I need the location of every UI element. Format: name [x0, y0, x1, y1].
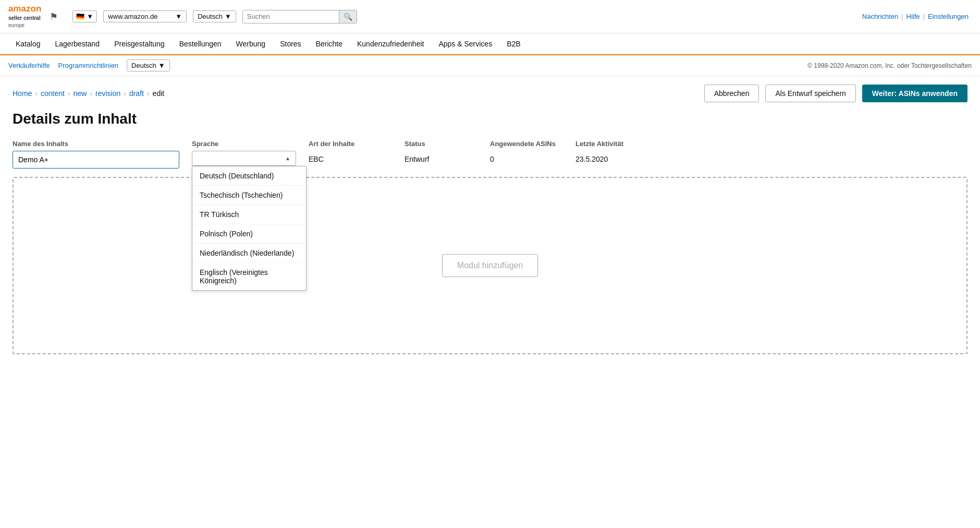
flag-selector[interactable]: 🇩🇪 ▼	[72, 10, 97, 22]
nav-berichte[interactable]: Berichte	[309, 33, 350, 54]
dropdown-up-arrow: ▲	[285, 155, 290, 161]
breadcrumb-content[interactable]: content	[41, 89, 65, 98]
copyright: © 1998-2020 Amazon.com, Inc. oder Tochte…	[807, 62, 972, 69]
search-button[interactable]: 🔍	[339, 10, 357, 23]
sub-bar: Verkäuferhilfe Programmrichtlinien Deuts…	[0, 55, 980, 76]
label-status: Status	[405, 140, 477, 148]
nav-katalog[interactable]: Katalog	[8, 33, 47, 54]
content-area: Modul hinzufügen	[13, 177, 967, 354]
search-input[interactable]	[243, 10, 339, 22]
nav-bestellungen[interactable]: Bestellungen	[172, 33, 229, 54]
nav-help[interactable]: Hilfe	[903, 13, 923, 20]
lang-value: Deutsch	[198, 13, 223, 20]
label-activity: Letzte Aktivität	[575, 140, 659, 148]
dropdown-item-en[interactable]: Englisch (Vereinigtes Königreich)	[192, 263, 306, 290]
art-value: EBC	[309, 151, 392, 167]
dropdown-item-cs[interactable]: Tschechisch (Tschechien)	[192, 186, 306, 205]
form-group-art: Art der Inhalte EBC	[309, 140, 392, 167]
nav-stores[interactable]: Stores	[273, 33, 308, 54]
url-arrow: ▼	[175, 13, 182, 20]
search-area: 🔍	[242, 10, 357, 23]
verkauferhilfe-link[interactable]: Verkäuferhilfe	[8, 62, 50, 69]
flag-icon: 🇩🇪	[76, 13, 84, 20]
form-group-status: Status Entwurf	[405, 140, 477, 167]
nav-preisgestaltung[interactable]: Preisgestaltung	[107, 33, 172, 54]
nav-kundenzufriedenheit[interactable]: Kundenzufriedenheit	[350, 33, 431, 54]
lang-dropdown-container: ▲ Deutsch (Deutschland) Tschechisch (Tsc…	[192, 151, 296, 166]
dropdown-arrow: ▼	[87, 13, 93, 20]
nav-b2b[interactable]: B2B	[499, 33, 528, 54]
form-group-activity: Letzte Aktivität 23.5.2020	[575, 140, 659, 167]
nav-lagerbestand[interactable]: Lagerbestand	[47, 33, 107, 54]
nav-settings[interactable]: Einstellungen	[925, 13, 972, 20]
cancel-button[interactable]: Abbrechen	[704, 85, 760, 102]
page-actions-bar: Home › content › new › revision › draft …	[0, 76, 980, 106]
lang-select-sub[interactable]: Deutsch ▼	[127, 59, 170, 71]
activity-value: 23.5.2020	[575, 151, 659, 167]
top-bar: amazon seller central europe ⚑ 🇩🇪 ▼ www.…	[0, 0, 980, 33]
main-nav: Katalog Lagerbestand Preisgestaltung Bes…	[0, 33, 980, 55]
breadcrumb: Home › content › new › revision › draft …	[13, 89, 164, 98]
url-selector[interactable]: www.amazon.de ▼	[103, 10, 187, 22]
form-row: Name des Inhalts Sprache ▲ Deutsch (Deut…	[13, 140, 967, 169]
breadcrumb-revision[interactable]: revision	[95, 89, 120, 98]
next-button[interactable]: Weiter: ASINs anwenden	[862, 85, 967, 102]
sub-lang-arrow: ▼	[158, 62, 165, 69]
breadcrumb-home[interactable]: Home	[13, 89, 32, 98]
nav-messages[interactable]: Nachrichten	[859, 13, 901, 20]
nav-apps-services[interactable]: Apps & Services	[431, 33, 499, 54]
add-module-button[interactable]: Modul hinzufügen	[442, 254, 538, 277]
nav-werbung[interactable]: Werbung	[229, 33, 273, 54]
breadcrumb-draft[interactable]: draft	[129, 89, 144, 98]
top-links: Nachrichten | Hilfe | Einstellungen	[859, 13, 972, 20]
form-group-asins: Angewendete ASINs 0	[490, 140, 563, 167]
page-content: Details zum Inhalt Name des Inhalts Spra…	[0, 106, 980, 367]
form-group-name: Name des Inhalts	[13, 140, 179, 169]
label-art: Art der Inhalte	[309, 140, 392, 148]
dropdown-item-de[interactable]: Deutsch (Deutschland)	[192, 166, 306, 186]
page-title: Details zum Inhalt	[13, 111, 967, 127]
dropdown-item-pl[interactable]: Polnisch (Polen)	[192, 224, 306, 244]
lang-arrow: ▼	[225, 13, 231, 20]
save-draft-button[interactable]: Als Entwurf speichern	[765, 85, 855, 102]
label-name: Name des Inhalts	[13, 140, 179, 148]
name-input[interactable]	[13, 151, 179, 169]
logo-area: amazon seller central europe ⚑	[8, 4, 58, 29]
programmrichtlinien-link[interactable]: Programmrichtlinien	[58, 62, 119, 69]
lang-dropdown-trigger[interactable]: ▲	[192, 151, 296, 166]
form-group-lang: Sprache ▲ Deutsch (Deutschland) Tschechi…	[192, 140, 296, 166]
label-lang: Sprache	[192, 140, 296, 148]
lang-selector[interactable]: Deutsch ▼	[193, 10, 236, 22]
dropdown-item-nl[interactable]: Niederländisch (Niederlande)	[192, 244, 306, 263]
action-buttons: Abbrechen Als Entwurf speichern Weiter: …	[704, 85, 967, 102]
asins-value: 0	[490, 151, 563, 167]
breadcrumb-new[interactable]: new	[74, 89, 87, 98]
breadcrumb-edit: edit	[153, 89, 165, 98]
pin-icon: ⚑	[50, 11, 58, 22]
url-value: www.amazon.de	[108, 13, 157, 20]
dropdown-item-tr[interactable]: TR Türkisch	[192, 205, 306, 224]
label-asins: Angewendete ASINs	[490, 140, 563, 148]
status-value: Entwurf	[405, 151, 477, 167]
logo: amazon seller central europe	[8, 4, 41, 29]
lang-dropdown-list: Deutsch (Deutschland) Tschechisch (Tsche…	[192, 166, 307, 291]
sub-lang-value: Deutsch	[131, 62, 156, 69]
